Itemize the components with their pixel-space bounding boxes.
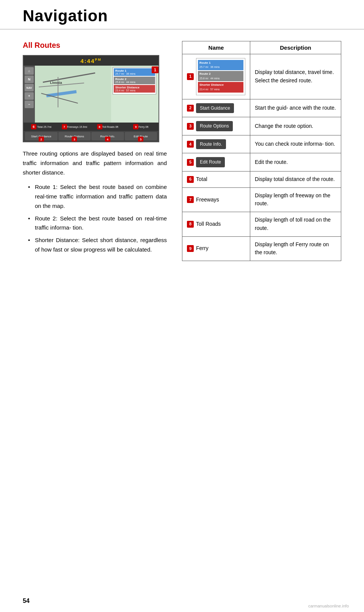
table-row: 3 Route Options Change the route option. — [182, 117, 341, 135]
badge-num-6: 6 — [187, 176, 194, 183]
nav-btn-nav[interactable]: NAV — [25, 84, 34, 91]
route-screenshots: Route 1 25.7 mi 36 mins Route 2 25.8 mi … — [196, 58, 245, 95]
row8-name-cell: 8 Toll Roads — [182, 212, 250, 236]
row5-name-cell: 5 Edit Route — [182, 153, 250, 171]
map-road-area: Livonia — [35, 66, 111, 123]
map-nav-buttons: Start Guidance 2 Route Options 3 Route I… — [24, 131, 158, 142]
badge-6-small: 6 — [31, 124, 36, 129]
section-title: All Routes — [23, 41, 167, 50]
map-bottom-bar: 6Total 25.7mi 7Freeways 15.9mi 8Toll Roa… — [24, 123, 158, 131]
bottom-total: 6Total 25.7mi — [25, 124, 58, 129]
route-info-map-btn[interactable]: Route Info. 4 — [91, 132, 124, 140]
row4-name-cell: 4 Route Info. — [182, 135, 250, 153]
route1-info: 25.7 mi 36 mins — [115, 72, 154, 75]
table-row: 2 Start Guidance Start the guid- ance wi… — [182, 99, 341, 117]
badge-4: 4 — [105, 137, 110, 142]
badge-1: 1 — [152, 66, 158, 73]
bullet-list: Route 1: Select the best route based on … — [27, 182, 167, 254]
watermark: carmanualsonline.info — [308, 604, 349, 608]
row2-name-container: 2 Start Guidance — [187, 103, 245, 113]
row8-name-container: 8 Toll Roads — [187, 220, 245, 228]
home-btn[interactable]: ⌂ — [25, 67, 34, 75]
table-row: 1 Route 1 25.7 mi 36 mins Route 2 25.8 m… — [182, 54, 341, 99]
route2-name: Route 2 — [115, 77, 154, 81]
bottom-toll: 8Toll Roads 0ft — [91, 124, 124, 129]
description-text: Three routing options are displayed base… — [23, 149, 167, 177]
total-text-label: Total — [196, 175, 207, 184]
zoom-in-btn[interactable]: + — [25, 92, 34, 100]
col-name-header: Name — [182, 41, 250, 54]
row7-desc-cell: Display length of freeway on the route. — [250, 187, 341, 212]
map-routes-panel: Route 1 25.7 mi 36 mins Route 2 25.8 mi … — [113, 67, 156, 94]
nav-btn-n[interactable]: N — [25, 76, 34, 83]
ss-route1: Route 1 25.7 mi 36 mins — [198, 60, 243, 70]
shorter-item: Shorter Distance 23.4 mi 57 mins — [114, 85, 155, 93]
table-row: 4 Route Info. You can check route inform… — [182, 135, 341, 153]
table-row: 9 Ferry Display length of Ferry route on… — [182, 236, 341, 261]
row2-name-cell: 2 Start Guidance — [182, 99, 250, 117]
bottom-ferry: 9Ferry 0ft — [125, 124, 157, 129]
freeways-text-label: Freeways — [196, 196, 219, 204]
badge-num-7: 7 — [187, 196, 194, 203]
row9-desc-cell: Display length of Ferry route on the rou… — [250, 236, 341, 261]
map-container: 4:44PM ⌂ N NAV + − Livonia — [23, 55, 159, 142]
badge-2: 2 — [39, 137, 44, 142]
row4-desc-cell: You can check route informa- tion. — [250, 135, 341, 153]
bottom-freeways: 7Freeways 15.9mi — [58, 124, 91, 129]
route2-item: Route 2 25.8 mi 44 mins — [114, 77, 155, 84]
row7-name-container: 7 Freeways — [187, 196, 245, 204]
shorter-info: 23.4 mi 57 mins — [115, 89, 154, 92]
right-column: Name Description 1 Route 1 25.7 mi 36 mi… — [182, 41, 341, 261]
row3-desc-cell: Change the route option. — [250, 117, 341, 135]
map-location-label: Livonia — [50, 81, 62, 85]
col-desc-header: Description — [250, 41, 341, 54]
shorter-name: Shorter Distance — [115, 86, 154, 89]
row3-name-container: 3 Route Options — [187, 121, 245, 131]
row9-name-cell: 9 Ferry — [182, 236, 250, 261]
row9-name-container: 9 Ferry — [187, 244, 245, 253]
info-table: Name Description 1 Route 1 25.7 mi 36 mi… — [182, 41, 341, 261]
page-header: Navigation — [0, 0, 364, 30]
table-row: 7 Freeways Display length of freeway on … — [182, 187, 341, 212]
row6-desc-cell: Display total distance of the route. — [250, 171, 341, 188]
row8-desc-cell: Display length of toll road on the route… — [250, 212, 341, 236]
badge-num-4: 4 — [187, 141, 194, 148]
table-row: 6 Total Display total distance of the ro… — [182, 171, 341, 188]
badge-3: 3 — [72, 137, 77, 142]
start-guidance-map-btn[interactable]: Start Guidance 2 — [25, 132, 58, 140]
start-guidance-label: Start Guidance — [196, 103, 234, 113]
table-header-row: Name Description — [182, 41, 341, 54]
route2-info: 25.8 mi 44 mins — [115, 81, 154, 83]
badge-num-2: 2 — [187, 105, 194, 112]
row5-name-container: 5 Edit Route — [187, 157, 245, 167]
route-options-map-btn[interactable]: Route Options 3 — [58, 132, 91, 140]
badge-num-1: 1 — [187, 73, 194, 80]
badge-7-small: 7 — [62, 124, 67, 129]
table-row: 8 Toll Roads Display length of toll road… — [182, 212, 341, 236]
page-content: All Routes 4:44PM ⌂ N NAV + − Livonia — [0, 30, 364, 272]
page-title: Navigation — [23, 7, 108, 25]
row5-desc-cell: Edit the route. — [250, 153, 341, 171]
edit-route-label: Edit Route — [196, 157, 225, 167]
map-time: 4:44PM — [80, 58, 102, 64]
row4-name-container: 4 Route Info. — [187, 139, 245, 149]
edit-route-map-btn[interactable]: Edit Route 5 — [125, 132, 157, 140]
page-number: 54 — [23, 598, 30, 604]
row2-desc-cell: Start the guid- ance with the route. — [250, 99, 341, 117]
badge-9-small: 9 — [133, 124, 138, 129]
badge-num-5: 5 — [187, 159, 194, 166]
badge-num-9: 9 — [187, 245, 194, 252]
route1-name: Route 1 — [115, 69, 154, 72]
ss-route2: Route 2 25.8 mi 44 mins — [198, 71, 243, 81]
bullet-item-2: Route 2: Select the best route based on … — [27, 214, 167, 233]
ss-shorter: Shorter Distance 23.4 mi 57 mins — [198, 82, 243, 92]
row7-name-cell: 7 Freeways — [182, 187, 250, 212]
toll-roads-text-label: Toll Roads — [196, 220, 221, 228]
row6-name-container: 6 Total — [187, 175, 245, 184]
route-info-label: Route Info. — [196, 139, 226, 149]
badge-num-3: 3 — [187, 123, 194, 130]
row3-name-cell: 3 Route Options — [182, 117, 250, 135]
badge-5: 5 — [138, 137, 143, 142]
bullet-item-1: Route 1: Select the best route based on … — [27, 182, 167, 211]
zoom-out-btn[interactable]: − — [25, 101, 34, 108]
